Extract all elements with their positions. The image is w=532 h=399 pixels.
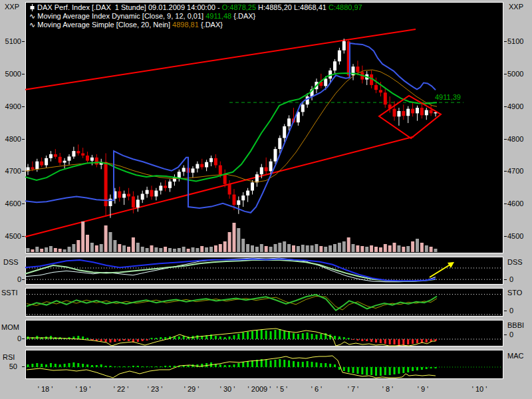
x-axis-label: 30	[220, 386, 235, 393]
y-axis-label-left: 4700	[3, 168, 21, 175]
x-axis-label: 5	[277, 386, 287, 393]
x-axis-label: 23	[148, 386, 163, 393]
axis-tick	[22, 106, 25, 107]
window-label-right: XXP	[509, 3, 523, 11]
panel-axis-label: 50	[5, 363, 17, 370]
axis-tick	[22, 171, 25, 172]
y-axis-label-right: 4700	[507, 168, 523, 175]
wave-icon: ∿	[29, 12, 35, 21]
axis-tick	[22, 74, 25, 74]
panel-axis-label: BBBI	[507, 322, 524, 329]
panel-axis-label: 0	[509, 331, 513, 338]
axis-tick	[22, 279, 25, 280]
legend-line-ma-dynamic: ∿ Moving Average Index Dynamic [Close, 9…	[29, 12, 362, 21]
axis-tick	[22, 338, 25, 339]
candlestick-icon	[29, 4, 35, 11]
x-axis-label: 22	[114, 386, 129, 393]
axis-tick	[504, 334, 507, 335]
axis-tick	[504, 171, 507, 172]
legend-ma1-suffix: {.DAX}	[231, 12, 255, 20]
axis-tick	[504, 203, 507, 204]
panel-axis-label: STO	[507, 289, 522, 297]
y-axis-label-right: 5100	[507, 38, 523, 45]
axis-tick	[504, 236, 507, 237]
axis-tick	[22, 203, 25, 204]
legend-line-instrument: DAX Perf. Index [.DAX 1 Stunde] 09.01.20…	[29, 3, 362, 12]
x-axis-label: 29	[184, 386, 200, 393]
x-axis-label: 6	[311, 386, 322, 393]
legend-high-low-values: H:4885,20 L:4868,41	[256, 3, 329, 11]
panel-axis-label: 0	[509, 276, 513, 283]
price-level-label: 4911,39	[435, 94, 461, 101]
panel-axis-label: MOM	[1, 324, 19, 331]
chart-window: XXP XXP DAX Perf. Index [.DAX 1 Stunde] …	[0, 0, 532, 399]
legend-close-value: C:4880,97	[329, 3, 362, 11]
y-axis-label-right: 4900	[507, 103, 523, 110]
panel-axis-label: DSS	[507, 259, 523, 266]
legend-ma2-name: Moving Average Simple [Close, 20, Nein]	[37, 21, 172, 29]
axis-tick	[22, 366, 25, 367]
y-axis-label-left: 5000	[3, 70, 21, 78]
legend-symbol-text: DAX Perf. Index [.DAX 1 Stunde] 09.01.20…	[37, 3, 222, 11]
axis-tick	[504, 139, 507, 140]
axis-tick	[504, 74, 507, 74]
chart-legend: DAX Perf. Index [.DAX 1 Stunde] 09.01.20…	[29, 3, 362, 29]
panel-axis-label: DSS	[3, 259, 19, 266]
legend-ma2-suffix: {.DAX}	[199, 21, 223, 29]
x-axis-label: 18	[38, 386, 53, 393]
y-axis-label-right: 5000	[507, 70, 523, 78]
x-axis-label: 8	[382, 386, 393, 393]
legend-ma1-value: 4911,48	[205, 12, 231, 20]
y-axis-label-left: 4600	[3, 200, 21, 207]
y-axis-label-right: 4600	[507, 200, 523, 207]
x-axis-label: 10	[472, 386, 487, 393]
panel-axis-label: RSI	[3, 354, 15, 361]
panel-axis-label: 0	[9, 276, 21, 283]
panel-axis-label: MAC	[507, 352, 523, 360]
y-axis-label-left: 4900	[3, 103, 21, 110]
axis-tick	[22, 139, 25, 140]
wave-icon: ∿	[29, 21, 35, 29]
panel-axis-label: 0	[509, 307, 513, 315]
x-axis-label: 7	[348, 386, 358, 393]
legend-line-ma-simple: ∿ Moving Average Simple [Close, 20, Nein…	[29, 21, 362, 29]
chart-canvas	[0, 0, 532, 399]
axis-tick	[504, 41, 507, 42]
axis-tick	[504, 279, 507, 280]
axis-tick	[504, 106, 507, 107]
legend-ma2-value: 4898,81	[172, 21, 199, 29]
axis-tick	[22, 236, 25, 237]
x-axis-label: 2009	[248, 386, 271, 393]
y-axis-label-left: 4500	[3, 233, 21, 240]
y-axis-label-left: 5100	[3, 38, 21, 45]
panel-axis-label: 0	[9, 335, 21, 342]
x-axis-label: 9	[418, 386, 428, 393]
y-axis-label-right: 4800	[507, 136, 523, 143]
y-axis-label-left: 4800	[3, 136, 21, 143]
axis-tick	[504, 311, 507, 311]
window-label-left: XXP	[5, 3, 19, 11]
x-axis-label: 19	[76, 386, 91, 393]
legend-ma1-name: Moving Average Index Dynamic [Close, 9, …	[37, 12, 205, 20]
legend-open-value: O:4878,25	[222, 3, 256, 11]
axis-tick	[22, 41, 25, 42]
panel-axis-label: SSTI	[1, 289, 17, 297]
y-axis-label-right: 4500	[507, 233, 523, 240]
